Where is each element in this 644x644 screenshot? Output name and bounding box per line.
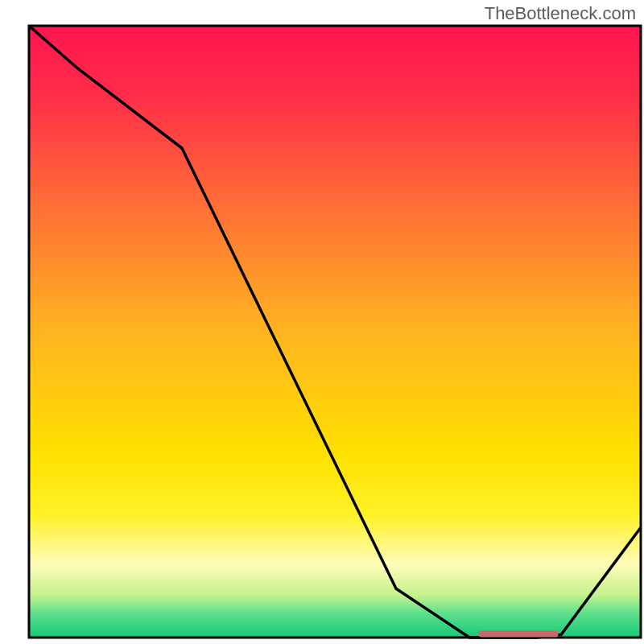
optimal-marker — [479, 630, 559, 637]
watermark-text: TheBottleneck.com — [485, 3, 636, 24]
heat-gradient-bg — [29, 26, 641, 638]
bottleneck-chart: TheBottleneck.com — [0, 0, 644, 644]
chart-svg — [0, 0, 644, 644]
